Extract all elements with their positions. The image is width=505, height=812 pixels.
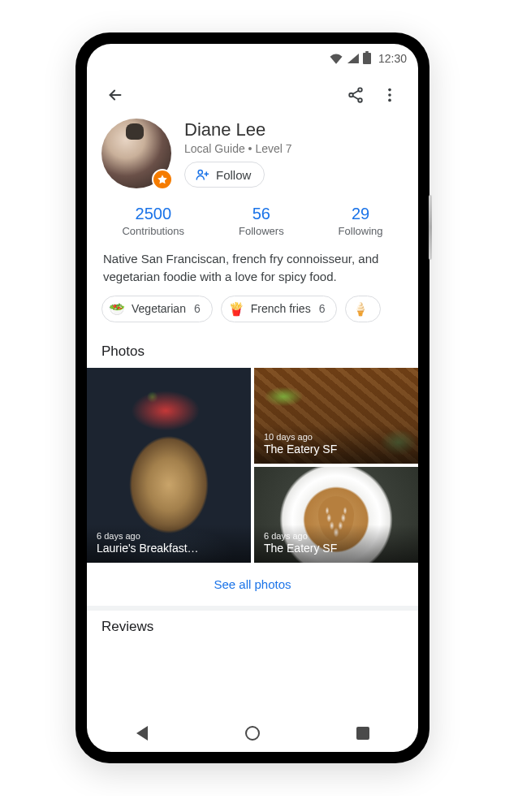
follow-button[interactable]: Follow	[184, 162, 265, 188]
svg-point-4	[388, 93, 391, 97]
share-button[interactable]	[339, 81, 373, 112]
stat-followers[interactable]: 56 Followers	[239, 205, 284, 237]
stat-value: 2500	[122, 205, 184, 223]
phone-side-button	[429, 195, 432, 260]
status-bar: 12:30	[87, 44, 418, 73]
svg-point-3	[388, 89, 391, 92]
photo-tile[interactable]: 6 days ago The Eatery SF	[254, 467, 418, 563]
stat-contributions[interactable]: 2500 Contributions	[122, 205, 184, 237]
clock-text: 12:30	[378, 52, 407, 65]
nav-home-button[interactable]	[244, 724, 261, 742]
chip-label: French fries	[251, 302, 311, 315]
stat-label: Contributions	[122, 225, 184, 237]
cell-signal-icon	[347, 54, 359, 63]
stat-label: Followers	[239, 225, 284, 237]
bio-text: Native San Franciscan, french fry connoi…	[87, 245, 418, 296]
nav-back-button[interactable]	[133, 724, 151, 742]
reviews-section-title: Reviews	[87, 611, 418, 635]
profile-subtitle: Local Guide • Level 7	[184, 142, 292, 155]
photo-overlay: 10 days ago The Eatery SF	[254, 425, 418, 464]
photo-timestamp: 6 days ago	[264, 531, 408, 541]
photo-timestamp: 10 days ago	[264, 432, 408, 442]
photo-title: The Eatery SF	[264, 443, 408, 456]
wifi-icon	[329, 53, 343, 64]
app-bar	[87, 73, 418, 117]
photo-timestamp: 6 days ago	[97, 531, 241, 541]
salad-icon: 🥗	[109, 301, 125, 317]
profile-info: Diane Lee Local Guide • Level 7 Follow	[184, 119, 292, 188]
nav-recent-button[interactable]	[354, 724, 372, 742]
chip-french-fries[interactable]: 🍟 French fries 6	[221, 296, 338, 322]
local-guide-badge-icon	[152, 169, 173, 190]
chip-partial[interactable]: 🍦	[345, 296, 381, 322]
follow-label: Follow	[216, 168, 251, 182]
system-nav-bar	[87, 715, 418, 752]
stats-row: 2500 Contributions 56 Followers 29 Follo…	[87, 193, 418, 245]
photos-section-title: Photos	[87, 335, 418, 368]
see-all-photos-button[interactable]: See all photos	[87, 563, 418, 606]
avatar[interactable]	[101, 119, 171, 188]
stat-following[interactable]: 29 Following	[339, 205, 383, 237]
chip-label: Vegetarian	[132, 302, 186, 315]
profile-name: Diane Lee	[184, 119, 292, 140]
battery-icon	[363, 53, 371, 64]
back-button[interactable]	[98, 81, 132, 112]
chip-count: 6	[319, 302, 326, 315]
photo-tile[interactable]: 6 days ago Laurie's Breakfast…	[87, 368, 251, 563]
stat-value: 29	[339, 205, 383, 223]
chip-count: 6	[194, 302, 201, 315]
photo-grid: 6 days ago Laurie's Breakfast… 10 days a…	[87, 368, 418, 563]
fries-icon: 🍟	[228, 301, 244, 317]
stat-value: 56	[239, 205, 284, 223]
stat-label: Following	[339, 225, 383, 237]
icecream-icon: 🍦	[352, 301, 369, 317]
photo-overlay: 6 days ago The Eatery SF	[254, 525, 418, 563]
photo-title: Laurie's Breakfast…	[97, 542, 241, 555]
topic-chips-row[interactable]: 🥗 Vegetarian 6 🍟 French fries 6 🍦	[87, 296, 418, 335]
screen: 12:30 Dian	[87, 44, 418, 752]
photo-overlay: 6 days ago Laurie's Breakfast…	[87, 525, 251, 563]
phone-frame: 12:30 Dian	[76, 32, 429, 763]
svg-point-5	[388, 99, 391, 102]
follow-icon	[195, 167, 209, 182]
svg-point-6	[198, 170, 202, 174]
overflow-menu-button[interactable]	[373, 81, 407, 112]
profile-header: Diane Lee Local Guide • Level 7 Follow	[87, 117, 418, 193]
photo-title: The Eatery SF	[264, 542, 408, 555]
photo-tile[interactable]: 10 days ago The Eatery SF	[254, 368, 418, 464]
chip-vegetarian[interactable]: 🥗 Vegetarian 6	[101, 296, 213, 322]
content-scroll[interactable]: Diane Lee Local Guide • Level 7 Follow 2…	[87, 117, 418, 715]
